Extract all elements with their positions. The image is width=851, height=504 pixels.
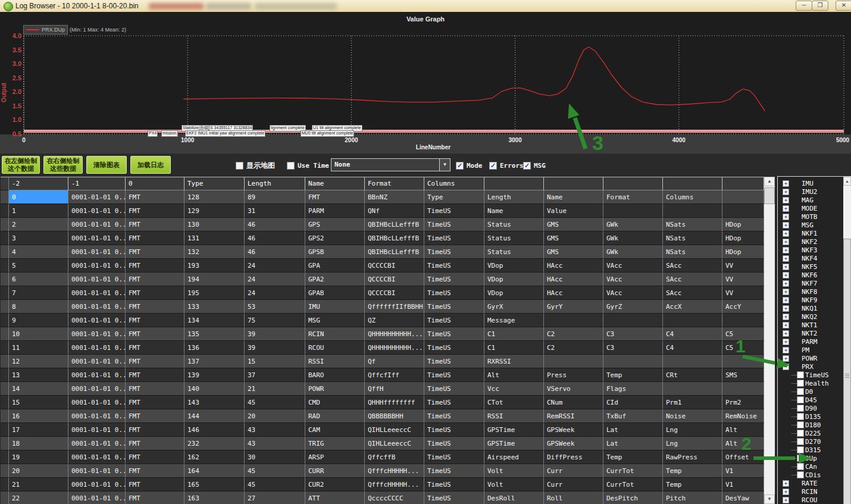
expand-icon[interactable]: + (783, 239, 789, 245)
tree-item-nkf1[interactable]: +NKF1 (778, 229, 842, 237)
table-cell[interactable]: 21 (9, 478, 68, 492)
table-cell[interactable]: Offset (722, 450, 764, 464)
table-cell[interactable]: 0001-01-01 0... (68, 341, 126, 355)
table-cell[interactable]: RawPress (663, 450, 722, 464)
table-cell[interactable]: Vcc (484, 382, 544, 396)
table-cell[interactable]: 195 (184, 286, 245, 300)
table-cell[interactable]: GPSWeek (544, 437, 603, 450)
tree-field-d135[interactable]: D135 (778, 412, 842, 421)
tree-item-mag[interactable]: +MAG (778, 196, 842, 204)
table-cell[interactable]: FMT (126, 231, 184, 245)
tree-field-d0[interactable]: D0 (778, 387, 842, 396)
table-cell[interactable]: TimeUS (424, 231, 484, 245)
table-cell[interactable]: 0001-01-01 0... (68, 437, 126, 450)
table-cell[interactable]: CUR2 (305, 478, 365, 492)
table-row[interactable]: 210001-01-01 0...FMT16545CUR2QfffcHHHHH.… (1, 478, 764, 492)
table-cell[interactable] (603, 314, 663, 327)
tree-item-imu2[interactable]: +IMU2 (778, 187, 842, 196)
table-cell[interactable]: FMT (126, 437, 184, 450)
table-cell[interactable]: QBIHBcLLefffB (365, 245, 424, 259)
table-cell[interactable]: RemRSSI (544, 409, 603, 423)
mode-checkbox[interactable]: ✓ Mode (456, 161, 483, 170)
table-cell[interactable]: 7 (9, 286, 68, 300)
unchecked-checkbox-icon[interactable] (797, 396, 804, 403)
table-row[interactable]: 30001-01-01 0...FMT13146GPS2QBIHBcLLefff… (1, 231, 764, 245)
expand-icon[interactable]: + (783, 222, 789, 228)
table-cell[interactable]: 45 (245, 478, 305, 492)
table-cell[interactable]: QffH (365, 382, 424, 396)
table-cell[interactable]: QfffcHHHHH... (365, 478, 424, 492)
table-cell[interactable]: 19 (9, 450, 68, 464)
msg-checkbox[interactable]: ✓ MSG (523, 161, 546, 170)
table-cell[interactable]: AccY (722, 300, 764, 314)
tree-item-nkf8[interactable]: +NKF8 (778, 287, 842, 296)
table-cell[interactable] (722, 355, 764, 368)
expand-icon[interactable]: + (783, 180, 789, 187)
table-cell[interactable]: GPS (305, 218, 365, 231)
table-cell[interactable]: Curr (544, 478, 603, 492)
table-cell[interactable]: 37 (245, 368, 305, 382)
column-header[interactable]: Length (245, 177, 305, 190)
tree-item-nkf3[interactable]: +NKF3 (778, 246, 842, 254)
plot-right-button[interactable]: 在右侧绘制 这些数据 (43, 156, 83, 174)
table-cell[interactable]: VV (722, 286, 764, 300)
table-cell[interactable]: Name (484, 204, 544, 218)
tree-item-nkf6[interactable]: +NKF6 (778, 271, 842, 279)
table-cell[interactable]: 164 (184, 464, 245, 478)
table-cell[interactable]: 45 (245, 464, 305, 478)
table-cell[interactable]: 6 (9, 273, 68, 286)
table-cell[interactable]: 0001-01-01 0... (68, 204, 126, 218)
unchecked-checkbox-icon[interactable] (797, 438, 804, 445)
table-cell[interactable]: Value (544, 204, 603, 218)
table-cell[interactable]: QBIHBcLLefffB (365, 231, 424, 245)
table-cell[interactable]: ARSP (305, 450, 365, 464)
table-cell[interactable]: Curr (544, 464, 603, 478)
table-cell[interactable]: V1 (722, 478, 764, 492)
table-cell[interactable]: 75 (245, 314, 305, 327)
row-header[interactable] (1, 231, 9, 245)
table-cell[interactable]: C3 (603, 327, 663, 341)
table-cell[interactable]: GPSTime (484, 437, 544, 450)
tree-scrollbar-thumb[interactable] (843, 239, 851, 504)
table-cell[interactable]: MSG (305, 314, 365, 327)
table-cell[interactable]: Prm1 (663, 396, 722, 409)
table-cell[interactable]: FMT (126, 190, 184, 204)
table-cell[interactable]: CTot (484, 396, 544, 409)
tree-item-imu[interactable]: +IMU (778, 179, 842, 187)
row-header[interactable] (1, 314, 9, 327)
scroll-up-icon[interactable]: ▲ (764, 177, 775, 186)
table-cell[interactable]: TimeUS (424, 409, 484, 423)
tree-item-parm[interactable]: +PARM (778, 337, 842, 346)
table-cell[interactable]: 24 (245, 259, 305, 273)
column-header[interactable] (722, 177, 764, 190)
table-cell[interactable]: 27 (245, 492, 305, 504)
table-cell[interactable]: TimeUS (424, 368, 484, 382)
table-cell[interactable]: FMT (126, 464, 184, 478)
table-cell[interactable]: Format (603, 190, 663, 204)
column-header[interactable] (663, 177, 722, 190)
table-cell[interactable]: 0001-01-01 0... (68, 492, 126, 504)
table-cell[interactable]: Alt (722, 437, 764, 450)
table-cell[interactable]: 134 (184, 314, 245, 327)
table-cell[interactable]: Status (484, 231, 544, 245)
restore-button[interactable]: ❐ (812, 1, 828, 11)
table-cell[interactable]: 0001-01-01 0... (68, 382, 126, 396)
table-cell[interactable]: CMD (305, 396, 365, 409)
tree-item-nkf7[interactable]: +NKF7 (778, 279, 842, 287)
table-cell[interactable]: 135 (184, 327, 245, 341)
table-cell[interactable]: VDop (484, 286, 544, 300)
table-cell[interactable]: CAM (305, 423, 365, 437)
unchecked-checkbox-icon[interactable] (797, 413, 804, 420)
table-cell[interactable]: QHHHHHHHHHH... (365, 341, 424, 355)
table-cell[interactable]: 0001-01-01 0... (68, 300, 126, 314)
table-cell[interactable]: 136 (184, 341, 245, 355)
use-time-checkbox[interactable]: Use Time (287, 161, 329, 170)
table-cell[interactable]: HAcc (544, 286, 603, 300)
table-cell[interactable]: 15 (9, 396, 68, 409)
tree-item-nkf5[interactable]: +NKF5 (778, 262, 842, 271)
expand-icon[interactable]: + (783, 314, 789, 320)
tree-item-nkf4[interactable]: +NKF4 (778, 254, 842, 262)
table-cell[interactable]: 45 (245, 396, 305, 409)
table-cell[interactable]: GPAB (305, 286, 365, 300)
tree-item-msg[interactable]: +MSG (778, 221, 842, 229)
